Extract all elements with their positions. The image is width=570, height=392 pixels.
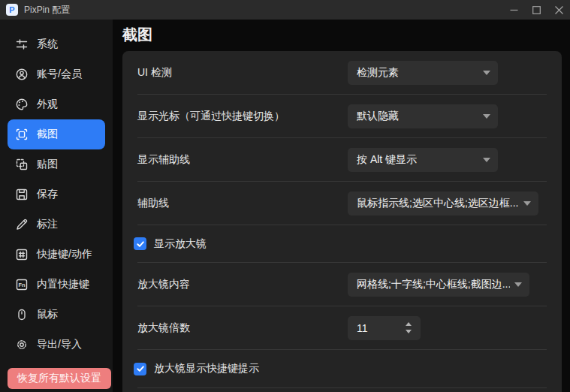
setting-row-show-cursor: 显示光标（可通过快捷键切换） 默认隐藏 (137, 95, 547, 138)
sidebar-item-label: 鼠标 (37, 308, 58, 321)
sidebar-item-pin-image[interactable]: 贴图 (8, 149, 105, 179)
window-content: 系统 账号/会员 外观 截图 贴图 保存 (0, 20, 570, 392)
setting-label: UI 检测 (137, 66, 348, 80)
sidebar-item-screenshot[interactable]: 截图 (8, 119, 105, 149)
magnifier-hotkey-tip-checkbox[interactable] (134, 363, 146, 375)
spinner-arrows (406, 316, 412, 340)
sidebar-item-label: 外观 (37, 98, 58, 111)
chevron-down-icon (483, 114, 490, 119)
mouse-icon (15, 308, 29, 321)
magnifier-content-dropdown[interactable]: 网格线;十字线;中心框线;截图边... (348, 273, 529, 297)
setting-label: 辅助线 (137, 197, 348, 210)
checkmark-icon (136, 364, 145, 373)
sidebar-item-label: 截图 (37, 128, 58, 141)
dropdown-value: 鼠标指示线;选区中心线;选区边框... (357, 197, 518, 210)
show-magnifier-checkbox[interactable] (134, 237, 146, 250)
svg-text:Fn: Fn (18, 282, 26, 288)
titlebar: P PixPin 配置 (0, 0, 570, 20)
palette-icon (15, 98, 29, 111)
sidebar: 系统 账号/会员 外观 截图 贴图 保存 (0, 20, 113, 392)
checkbox-label: 显示放大镜 (154, 237, 207, 251)
setting-row-guides: 辅助线 鼠标指示线;选区中心线;选区边框... (137, 182, 547, 225)
restore-defaults-button[interactable]: 恢复所有默认设置 (8, 368, 111, 389)
show-cursor-dropdown[interactable]: 默认隐藏 (348, 104, 498, 128)
minimize-button[interactable] (502, 0, 525, 20)
ui-detect-dropdown[interactable]: 检测元素 (348, 61, 498, 85)
setting-row-magnifier-zoom: 放大镜倍数 11 (137, 306, 547, 350)
show-guides-dropdown[interactable]: 按 Alt 键显示 (348, 148, 498, 172)
close-icon (555, 6, 563, 14)
dropdown-value: 网格线;十字线;中心框线;截图边... (357, 278, 510, 291)
main-area: 截图 UI 检测 检测元素 显示光标（可通过快捷键切换） 默认隐藏 (113, 20, 570, 392)
maximize-icon (532, 6, 541, 14)
dropdown-value: 按 Alt 键显示 (357, 153, 417, 167)
sidebar-item-label: 内置快捷键 (37, 278, 89, 291)
pencil-icon (15, 218, 29, 231)
sidebar-item-builtin-hotkeys[interactable]: Fn 内置快捷键 (8, 270, 105, 300)
setting-row-ui-detect: UI 检测 检测元素 (137, 51, 547, 95)
page-title: 截图 (122, 24, 562, 45)
sidebar-item-label: 保存 (37, 188, 58, 201)
chevron-down-icon (483, 158, 490, 162)
hotkey-icon (15, 248, 29, 261)
setting-row-show-guides: 显示辅助线 按 Alt 键显示 (137, 138, 547, 182)
chevron-down-icon (483, 71, 490, 75)
save-icon (15, 188, 29, 201)
spinner-value: 11 (357, 322, 368, 334)
screenshot-icon (15, 128, 29, 141)
sidebar-item-label: 快捷键/动作 (37, 248, 92, 261)
setting-label: 显示辅助线 (137, 153, 348, 167)
pin-image-icon (15, 158, 29, 171)
sidebar-item-label: 标注 (37, 218, 58, 231)
setting-row-magnifier-content: 放大镜内容 网格线;十字线;中心框线;截图边... (137, 263, 547, 306)
maximize-button[interactable] (525, 0, 547, 20)
fn-key-icon: Fn (15, 278, 29, 291)
sidebar-item-mouse[interactable]: 鼠标 (8, 300, 105, 330)
sidebar-item-save[interactable]: 保存 (8, 179, 105, 210)
pixpin-config-window: P PixPin 配置 系统 账号/会员 (0, 0, 570, 392)
checkbox-label: 放大镜显示快捷键提示 (154, 362, 259, 375)
window-title: PixPin 配置 (24, 4, 70, 17)
window-controls (502, 0, 570, 20)
sidebar-item-label: 贴图 (37, 158, 58, 171)
sidebar-item-account[interactable]: 账号/会员 (8, 59, 105, 89)
chevron-down-icon (514, 282, 522, 287)
tune-icon (15, 38, 29, 51)
settings-panel: UI 检测 检测元素 显示光标（可通过快捷键切换） 默认隐藏 显示辅助线 (122, 51, 562, 392)
sidebar-item-system[interactable]: 系统 (8, 29, 105, 59)
sidebar-item-hotkeys[interactable]: 快捷键/动作 (8, 240, 105, 270)
dropdown-value: 检测元素 (357, 66, 399, 80)
sidebar-item-label: 导出/导入 (37, 338, 82, 351)
setting-row-magnifier-hotkey-tip: 放大镜显示快捷键提示 (137, 350, 547, 388)
gear-icon (15, 338, 29, 351)
account-icon (15, 68, 29, 81)
setting-label: 显示光标（可通过快捷键切换） (137, 110, 348, 123)
setting-row-show-magnifier: 显示放大镜 (137, 225, 547, 263)
checkmark-icon (136, 240, 145, 249)
dropdown-value: 默认隐藏 (357, 110, 399, 123)
sidebar-item-label: 系统 (37, 38, 58, 51)
sidebar-item-export-import[interactable]: 导出/导入 (8, 330, 105, 360)
spin-down-icon[interactable] (406, 330, 412, 333)
guides-dropdown[interactable]: 鼠标指示线;选区中心线;选区边框... (348, 191, 538, 216)
sidebar-item-appearance[interactable]: 外观 (8, 89, 105, 119)
sidebar-item-annotate[interactable]: 标注 (8, 210, 105, 240)
spin-up-icon[interactable] (406, 322, 412, 326)
sidebar-item-label: 账号/会员 (37, 68, 82, 81)
chevron-down-icon (523, 201, 531, 206)
pixpin-logo-icon: P (6, 4, 18, 16)
magnifier-zoom-input[interactable]: 11 (348, 316, 421, 340)
setting-label: 放大镜倍数 (137, 321, 348, 335)
setting-label: 放大镜内容 (137, 278, 348, 291)
close-button[interactable] (547, 0, 570, 20)
minimize-icon (510, 6, 518, 14)
